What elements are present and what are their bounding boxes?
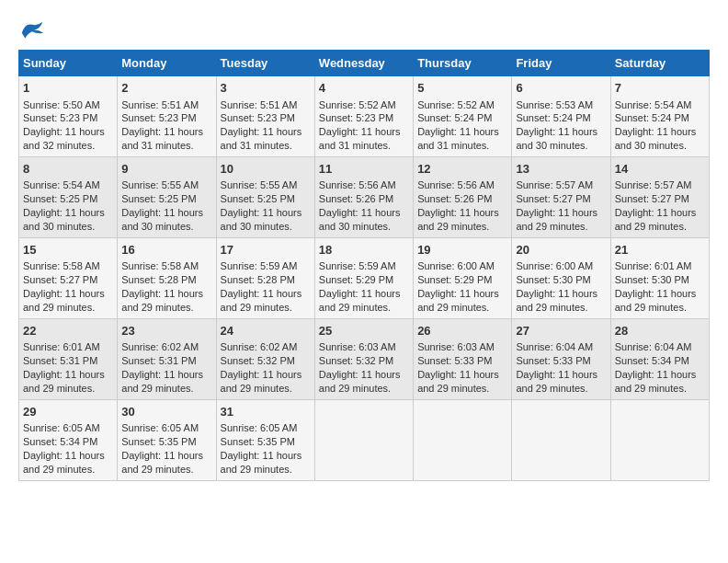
calendar-cell: 10Sunrise: 5:55 AMSunset: 5:25 PMDayligh… [216, 156, 314, 237]
day-number: 6 [516, 80, 606, 97]
sunset-text: Sunset: 5:28 PM [221, 274, 295, 285]
sunrise-text: Sunrise: 5:52 AM [417, 99, 495, 110]
daylight-text: Daylight: 11 hours and 29 minutes. [319, 288, 401, 313]
sunset-text: Sunset: 5:31 PM [23, 355, 97, 366]
calendar-cell: 15Sunrise: 5:58 AMSunset: 5:27 PMDayligh… [19, 237, 118, 318]
sunrise-text: Sunrise: 6:01 AM [23, 341, 100, 352]
day-number: 28 [615, 323, 705, 339]
sunset-text: Sunset: 5:26 PM [319, 193, 393, 204]
sunrise-text: Sunrise: 5:54 AM [615, 99, 692, 110]
calendar-cell: 28Sunrise: 6:04 AMSunset: 5:34 PMDayligh… [610, 318, 709, 399]
calendar-cell: 17Sunrise: 5:59 AMSunset: 5:28 PMDayligh… [216, 237, 314, 318]
calendar-cell [414, 399, 512, 480]
calendar-week-5: 29Sunrise: 6:05 AMSunset: 5:34 PMDayligh… [19, 399, 710, 480]
sunrise-text: Sunrise: 5:57 AM [615, 179, 692, 190]
sunset-text: Sunset: 5:25 PM [121, 193, 196, 204]
sunset-text: Sunset: 5:35 PM [121, 436, 196, 447]
sunset-text: Sunset: 5:23 PM [121, 112, 196, 123]
daylight-text: Daylight: 11 hours and 30 minutes. [615, 126, 697, 151]
col-header-saturday: Saturday [610, 51, 709, 76]
daylight-text: Daylight: 11 hours and 29 minutes. [516, 288, 597, 313]
page-header [18, 18, 710, 40]
sunset-text: Sunset: 5:24 PM [417, 112, 492, 123]
daylight-text: Daylight: 11 hours and 30 minutes. [23, 207, 105, 232]
sunset-text: Sunset: 5:30 PM [516, 274, 590, 285]
daylight-text: Daylight: 11 hours and 29 minutes. [417, 369, 499, 394]
calendar-cell: 7Sunrise: 5:54 AMSunset: 5:24 PMDaylight… [610, 76, 709, 157]
daylight-text: Daylight: 11 hours and 29 minutes. [615, 207, 697, 232]
day-number: 25 [319, 323, 409, 339]
calendar-cell: 27Sunrise: 6:04 AMSunset: 5:33 PMDayligh… [512, 318, 610, 399]
sunset-text: Sunset: 5:33 PM [516, 355, 590, 366]
sunset-text: Sunset: 5:23 PM [23, 112, 97, 123]
day-number: 10 [221, 161, 311, 178]
calendar-cell: 6Sunrise: 5:53 AMSunset: 5:24 PMDaylight… [512, 76, 610, 157]
calendar-cell: 1Sunrise: 5:50 AMSunset: 5:23 PMDaylight… [19, 76, 118, 157]
sunrise-text: Sunrise: 5:51 AM [221, 99, 298, 110]
sunset-text: Sunset: 5:32 PM [221, 355, 295, 366]
sunset-text: Sunset: 5:27 PM [615, 193, 689, 204]
daylight-text: Daylight: 11 hours and 29 minutes. [516, 369, 597, 394]
day-number: 4 [319, 80, 409, 97]
calendar-cell [314, 399, 413, 480]
daylight-text: Daylight: 11 hours and 31 minutes. [319, 126, 401, 151]
day-number: 5 [417, 80, 507, 97]
col-header-tuesday: Tuesday [216, 51, 314, 76]
calendar-cell: 9Sunrise: 5:55 AMSunset: 5:25 PMDaylight… [118, 156, 216, 237]
day-number: 30 [121, 404, 211, 420]
sunrise-text: Sunrise: 5:56 AM [319, 179, 396, 190]
day-number: 9 [121, 161, 211, 178]
sunset-text: Sunset: 5:30 PM [615, 274, 689, 285]
calendar-week-2: 8Sunrise: 5:54 AMSunset: 5:25 PMDaylight… [19, 156, 710, 237]
sunset-text: Sunset: 5:23 PM [221, 112, 295, 123]
daylight-text: Daylight: 11 hours and 29 minutes. [516, 207, 597, 232]
calendar-table: SundayMondayTuesdayWednesdayThursdayFrid… [18, 50, 710, 481]
calendar-week-4: 22Sunrise: 6:01 AMSunset: 5:31 PMDayligh… [19, 318, 710, 399]
sunset-text: Sunset: 5:34 PM [615, 355, 689, 366]
daylight-text: Daylight: 11 hours and 30 minutes. [516, 126, 597, 151]
daylight-text: Daylight: 11 hours and 30 minutes. [121, 207, 203, 232]
day-number: 15 [23, 242, 113, 259]
day-number: 7 [615, 80, 705, 97]
day-number: 27 [516, 323, 606, 339]
calendar-cell: 2Sunrise: 5:51 AMSunset: 5:23 PMDaylight… [118, 76, 216, 157]
daylight-text: Daylight: 11 hours and 29 minutes. [23, 369, 105, 394]
sunset-text: Sunset: 5:29 PM [417, 274, 492, 285]
logo [18, 18, 50, 40]
calendar-week-1: 1Sunrise: 5:50 AMSunset: 5:23 PMDaylight… [19, 76, 710, 157]
sunrise-text: Sunrise: 6:04 AM [516, 341, 593, 352]
day-number: 16 [121, 242, 211, 259]
sunrise-text: Sunrise: 6:04 AM [615, 341, 692, 352]
daylight-text: Daylight: 11 hours and 29 minutes. [221, 450, 302, 475]
day-number: 11 [319, 161, 409, 178]
daylight-text: Daylight: 11 hours and 29 minutes. [121, 450, 203, 475]
sunrise-text: Sunrise: 6:01 AM [615, 260, 692, 271]
calendar-cell: 4Sunrise: 5:52 AMSunset: 5:23 PMDaylight… [314, 76, 413, 157]
sunset-text: Sunset: 5:27 PM [516, 193, 590, 204]
day-number: 29 [23, 404, 113, 420]
daylight-text: Daylight: 11 hours and 29 minutes. [221, 288, 302, 313]
daylight-text: Daylight: 11 hours and 31 minutes. [417, 126, 499, 151]
sunrise-text: Sunrise: 5:59 AM [221, 260, 298, 271]
calendar-cell [512, 399, 610, 480]
day-number: 17 [221, 242, 311, 259]
sunrise-text: Sunrise: 6:05 AM [121, 422, 199, 433]
sunrise-text: Sunrise: 5:55 AM [121, 179, 199, 190]
sunset-text: Sunset: 5:28 PM [121, 274, 196, 285]
calendar-cell: 21Sunrise: 6:01 AMSunset: 5:30 PMDayligh… [610, 237, 709, 318]
sunrise-text: Sunrise: 5:52 AM [319, 99, 396, 110]
calendar-week-3: 15Sunrise: 5:58 AMSunset: 5:27 PMDayligh… [19, 237, 710, 318]
calendar-cell: 3Sunrise: 5:51 AMSunset: 5:23 PMDaylight… [216, 76, 314, 157]
sunrise-text: Sunrise: 5:58 AM [121, 260, 199, 271]
sunrise-text: Sunrise: 6:05 AM [23, 422, 100, 433]
sunrise-text: Sunrise: 6:02 AM [221, 341, 298, 352]
daylight-text: Daylight: 11 hours and 29 minutes. [121, 369, 203, 394]
sunset-text: Sunset: 5:35 PM [221, 436, 295, 447]
day-number: 2 [121, 80, 211, 97]
daylight-text: Daylight: 11 hours and 29 minutes. [221, 369, 302, 394]
logo-icon [18, 18, 46, 40]
day-number: 8 [23, 161, 113, 178]
day-number: 18 [319, 242, 409, 259]
sunset-text: Sunset: 5:24 PM [516, 112, 590, 123]
day-number: 12 [417, 161, 507, 178]
